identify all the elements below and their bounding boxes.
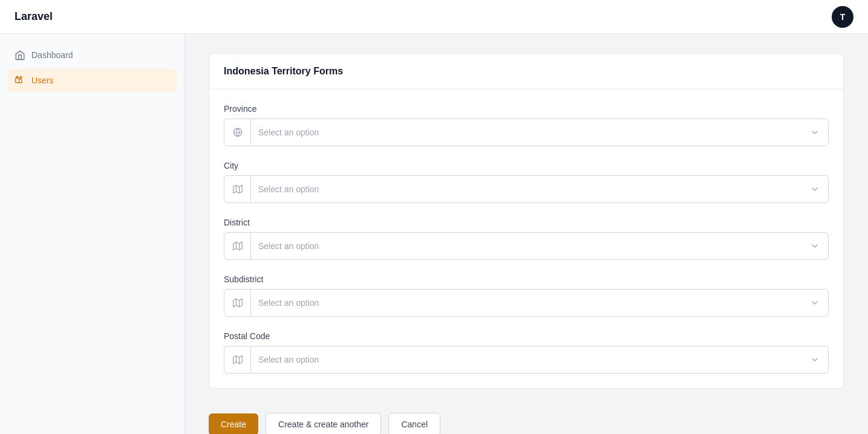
sidebar-item-users[interactable]: Users [7,69,177,92]
chevron-down-icon [801,290,828,316]
chevron-down-icon [801,233,828,259]
province-label: Province [224,104,829,114]
home-icon [15,50,25,60]
postal-code-field: Postal Code Select an option [224,331,829,374]
map-icon [224,346,251,373]
province-field: Province Select an option [224,104,829,146]
district-select[interactable]: Select an option [251,233,801,259]
user-avatar[interactable]: T [832,6,853,28]
subdistrict-select-wrapper[interactable]: Select an option [224,289,829,317]
postal-code-select-wrapper[interactable]: Select an option [224,346,829,374]
svg-point-1 [16,76,18,78]
create-button[interactable]: Create [209,413,258,434]
globe-icon [224,119,251,146]
app-logo: Laravel [15,10,53,23]
form-footer: Create Create & create another Cancel [209,403,844,434]
svg-point-2 [20,76,22,78]
city-field: City Select an option [224,161,829,203]
subdistrict-field: Subdistrict Select an option [224,274,829,317]
form-card-body: Province Select an option [209,89,843,388]
svg-marker-10 [233,299,242,306]
district-field: District Select an option [224,218,829,260]
postal-code-select[interactable]: Select an option [251,346,801,373]
chevron-down-icon [801,346,828,373]
map-icon [224,233,251,259]
main-content: Indonesia Territory Forms Province [184,34,868,434]
form-title: Indonesia Territory Forms [224,66,829,77]
layout: Dashboard Users Indonesia Territory Form… [0,34,868,434]
sidebar-item-dashboard[interactable]: Dashboard [7,44,177,66]
province-select[interactable]: Select an option [251,119,801,146]
district-label: District [224,218,829,227]
chevron-down-icon [801,119,828,146]
province-select-wrapper[interactable]: Select an option [224,118,829,146]
form-card-header: Indonesia Territory Forms [209,54,843,89]
chevron-down-icon [801,176,828,202]
sidebar-item-users-label: Users [31,76,54,85]
sidebar-item-dashboard-label: Dashboard [31,50,73,60]
svg-marker-7 [233,242,242,250]
svg-marker-13 [233,355,242,363]
map-icon [224,176,251,202]
svg-marker-4 [233,185,242,193]
district-select-wrapper[interactable]: Select an option [224,232,829,260]
create-another-button[interactable]: Create & create another [266,413,381,434]
header: Laravel T [0,0,868,34]
map-icon [224,290,251,316]
cancel-button[interactable]: Cancel [388,413,440,434]
city-select[interactable]: Select an option [251,176,801,202]
subdistrict-select[interactable]: Select an option [251,290,801,316]
svg-rect-0 [16,78,19,83]
postal-code-label: Postal Code [224,331,829,341]
sidebar: Dashboard Users [0,34,184,434]
users-icon [15,75,25,86]
city-label: City [224,161,829,170]
city-select-wrapper[interactable]: Select an option [224,175,829,203]
form-card: Indonesia Territory Forms Province [209,53,844,389]
subdistrict-label: Subdistrict [224,274,829,284]
